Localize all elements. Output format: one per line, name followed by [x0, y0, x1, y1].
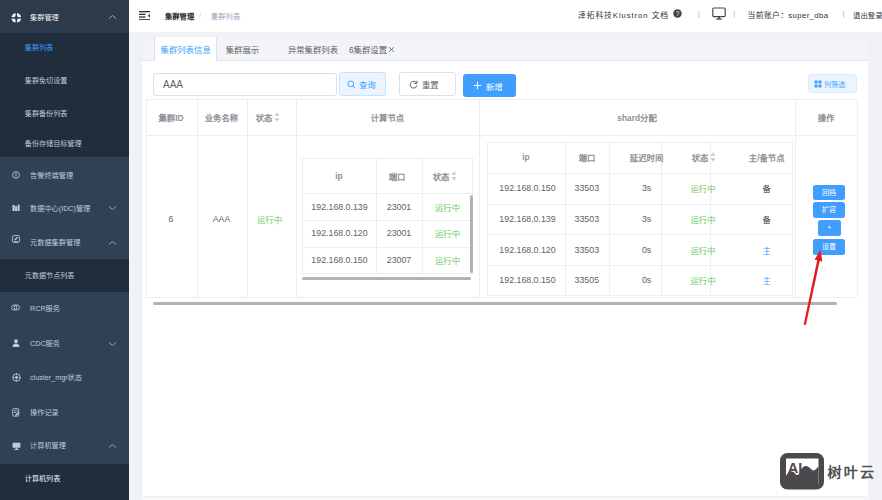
svg-text:?: ?: [676, 9, 680, 16]
